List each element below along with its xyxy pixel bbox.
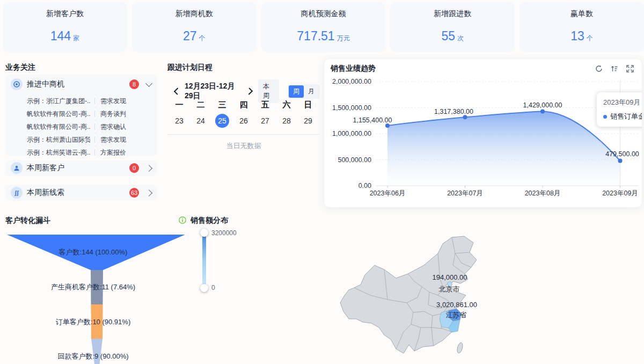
date-cell[interactable]: 23 (169, 114, 190, 128)
sales-trend-card: 销售业绩趋势 0.00500,000.001,000,000.001,500,0… (324, 59, 642, 207)
info-icon[interactable] (179, 216, 186, 224)
date-cell[interactable]: 25 (211, 114, 233, 128)
color-scale-bar (202, 232, 206, 288)
empty-state-text: 当日无数据 (167, 141, 320, 151)
kpi-card: 新增客户数144家 (3, 2, 127, 52)
toggle-month[interactable]: 月 (304, 85, 319, 98)
tooltip-date: 2023年09月 (603, 98, 642, 107)
section-new-leads[interactable]: ʃʃ 本周新线索 63 (5, 185, 157, 201)
weekday-label: 六 (276, 100, 297, 110)
sales-trend-chart: 0.00500,000.001,000,000.001,500,000.002,… (324, 59, 642, 207)
date-cell[interactable]: 28 (276, 114, 297, 128)
kpi-label: 新增跟进数 (390, 9, 515, 19)
dashboard: 新增客户数144家新增商机数27个商机预测金额717.51万元新增跟进数55次赢… (0, 0, 644, 364)
prev-week-icon[interactable] (174, 88, 181, 94)
distribution-panel: 销售额分布 3200000 0 (191, 212, 644, 364)
section-label: 推进中商机 (27, 79, 125, 89)
map-region-name: 北京市 (412, 285, 487, 294)
data-point-label: 1,429,000.00 (523, 101, 562, 109)
section-label: 本周新客户 (27, 163, 125, 173)
map-region-value: 194,000.00 (412, 273, 487, 281)
opportunity-list: 示例：浙江广厦集团-...需求发现帆软软件有限公司-商...商务谈判帆软软件有限… (5, 94, 157, 156)
kpi-value: 27个 (132, 29, 257, 43)
area-fill (387, 111, 620, 186)
funnel-stage-label: 回款客户数:9 (90.00%) (0, 352, 186, 361)
opportunity-row[interactable]: 示例：杭州萧山国际贸...需求发现 (27, 133, 157, 146)
opportunity-name: 示例：浙江广厦集团-... (27, 97, 90, 106)
date-cell[interactable]: 26 (233, 114, 254, 128)
y-tick-label: 500,000.00 (338, 156, 371, 164)
week-month-toggle: 周 月 (288, 84, 320, 99)
data-point[interactable] (463, 115, 467, 119)
kpi-unit: 万元 (337, 34, 350, 42)
kpi-value: 55次 (390, 29, 515, 43)
opportunity-row[interactable]: 帆软软件有限公司-商...商务谈判 (27, 107, 157, 120)
next-week-icon[interactable] (246, 88, 253, 94)
section-opportunities-header[interactable]: 推进中商机 8 (5, 74, 157, 94)
weekday-label: 三 (211, 100, 233, 110)
opportunity-stage: 商务谈判 (94, 111, 126, 117)
scale-max-handle[interactable] (200, 229, 208, 237)
opportunity-row[interactable]: 示例：浙江广厦集团-...需求发现 (27, 94, 157, 107)
kpi-label: 赢单数 (519, 9, 644, 19)
chevron-down-icon[interactable] (145, 80, 152, 87)
data-point-label: 1,155,400.00 (353, 117, 392, 124)
funnel-stage-label: 客户数:144 (100.00%) (0, 247, 186, 257)
china-map[interactable]: 194,000.00北京市3,020,861.00江苏省 (333, 232, 510, 364)
weekday-label: 五 (254, 100, 276, 110)
data-point[interactable] (540, 109, 545, 113)
opportunity-name: 示例：杭州笑谱云-商... (27, 148, 90, 156)
kpi-value: 717.51万元 (261, 29, 386, 43)
date-cell[interactable]: 24 (190, 114, 211, 128)
opportunity-name: 帆软软件有限公司-商... (27, 110, 90, 119)
count-badge: 0 (129, 163, 139, 173)
date-27[interactable]: 27 (258, 114, 272, 128)
date-cell[interactable]: 27 (254, 114, 276, 128)
section-opportunities: 推进中商机 8 示例：浙江广厦集团-...需求发现帆软软件有限公司-商...商务… (5, 74, 157, 156)
date-26[interactable]: 26 (237, 114, 251, 128)
business-focus-title: 业务关注 (5, 63, 35, 72)
y-tick-label: 2,000,000.00 (332, 78, 371, 85)
date-28[interactable]: 28 (280, 114, 294, 128)
weekday-label: 四 (233, 100, 254, 110)
y-tick-label: 1,000,000.00 (332, 130, 371, 137)
opportunity-row[interactable]: 帆软软件有限公司-商...需求确认 (27, 120, 157, 133)
date-cell[interactable]: 29 (297, 114, 319, 128)
scale-min-handle[interactable] (200, 284, 208, 292)
map-region-value: 3,020,861.00 (419, 301, 494, 309)
date-range: 12月23日-12月29日 (185, 82, 242, 101)
opportunity-stage: 需求确认 (94, 123, 126, 130)
funnel-stage-label: 产生商机客户数:11 (7.64%) (0, 282, 186, 292)
kpi-unit: 个 (587, 34, 593, 42)
kpi-label: 新增商机数 (132, 9, 257, 19)
weekday-label: 二 (190, 100, 211, 110)
kpi-label: 商机预测金额 (261, 9, 386, 19)
data-point[interactable] (385, 123, 390, 128)
date-24[interactable]: 24 (194, 114, 208, 128)
x-tick-label: 2023年06月 (370, 190, 406, 197)
y-tick-label: 1,500,000.00 (332, 104, 371, 112)
kpi-unit: 家 (73, 34, 79, 42)
date-29[interactable]: 29 (301, 114, 315, 128)
data-point-label: 479,500.00 (605, 150, 639, 158)
toggle-week[interactable]: 周 (289, 85, 304, 98)
date-23[interactable]: 23 (172, 114, 186, 128)
x-tick-label: 2023年09月 (602, 190, 638, 197)
x-tick-label: 2023年08月 (525, 190, 561, 197)
opportunity-row[interactable]: 示例：杭州笑谱云-商...方案报价 (27, 146, 157, 156)
opportunity-stage: 需求发现 (94, 98, 126, 104)
opportunity-name: 示例：杭州萧山国际贸... (27, 135, 90, 144)
date-25[interactable]: 25 (215, 114, 229, 128)
section-new-customers[interactable]: 本周新客户 0 (5, 160, 157, 176)
chevron-right-icon[interactable] (145, 190, 152, 196)
series-dot-icon (603, 115, 607, 119)
schedule-title: 跟进计划日程 (167, 63, 213, 72)
data-point[interactable] (618, 159, 623, 163)
chevron-right-icon[interactable] (145, 165, 152, 172)
count-badge: 63 (129, 188, 139, 198)
date-row: 23242526272829 (169, 114, 319, 128)
user-icon (11, 162, 23, 174)
data-point-label: 1,317,380.00 (434, 108, 473, 115)
kpi-value: 13个 (519, 29, 644, 43)
y-tick-label: 0.00 (358, 182, 371, 190)
